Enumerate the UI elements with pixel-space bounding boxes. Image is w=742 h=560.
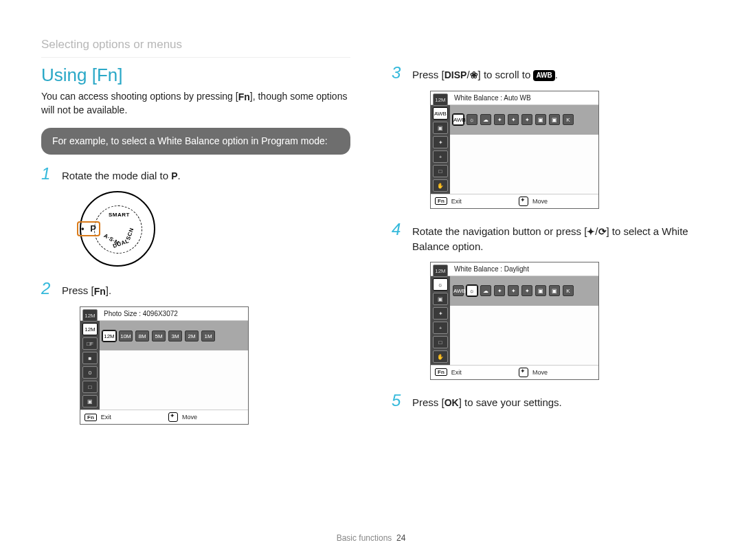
step-number: 2 xyxy=(41,280,55,297)
lcd-title-text: White Balance : Daylight xyxy=(454,265,529,273)
lcd-sidebar: 12M □F ■ 0 □ ▣ xyxy=(80,321,100,410)
side-icon-top: 12M xyxy=(433,265,448,277)
lcd-canvas xyxy=(450,135,598,194)
side-icon-top: 12M xyxy=(82,309,98,322)
nav-badge-icon xyxy=(519,368,528,377)
option-item: ☼ xyxy=(466,114,477,125)
nav-badge-icon xyxy=(168,412,178,422)
mode-dial-figure: SMART A·S·M DUAL SCN P xyxy=(80,191,350,267)
left-nav-icon: ✦ xyxy=(587,225,595,239)
option-item: AWB xyxy=(453,114,464,125)
side-icon: □F xyxy=(82,337,98,350)
step1-text-a: Rotate the mode dial to xyxy=(62,170,171,181)
side-icon-top: 12M xyxy=(433,93,448,106)
page-footer: Basic functions 24 xyxy=(0,533,742,543)
lcd-sidebar: ☼ ▣ ✦ + □ ✋ xyxy=(431,276,450,365)
lcd-footer: Fn Exit Move xyxy=(431,194,598,208)
fn-glyph: Fn xyxy=(94,285,106,299)
option-item: ☁ xyxy=(480,114,491,125)
lcd-footer: Fn Exit Move xyxy=(80,410,248,424)
lcd-title: 12M Photo Size : 4096X3072 xyxy=(80,307,248,321)
side-icon: ▣ xyxy=(433,122,448,134)
side-icon: □ xyxy=(82,381,98,393)
lcd-body: ☼ ▣ ✦ + □ ✋ AWB ☼ ☁ ✦ ✦ xyxy=(431,276,598,365)
exit-label: Exit xyxy=(451,369,462,376)
right-column: 3 Press [DISP/❀] to scroll to AWB. 12M W… xyxy=(392,65,701,437)
lcd-footer: Fn Exit Move xyxy=(431,365,598,379)
option-item: ☼ xyxy=(466,285,477,296)
p-mode-glyph: P xyxy=(171,170,177,183)
lcd-title: 12M White Balance : Daylight xyxy=(431,262,598,276)
side-icon: ✦ xyxy=(433,307,448,320)
step1-text-b: . xyxy=(178,170,181,181)
side-icon: ■ xyxy=(82,352,98,364)
lcd-screenshot-wb-daylight: 12M White Balance : Daylight ☼ ▣ ✦ + □ ✋ xyxy=(430,262,599,380)
move-label: Move xyxy=(182,414,197,421)
dial-p-highlight: P xyxy=(77,221,100,236)
step-4: 4 Rotate the navigation button or press … xyxy=(392,221,701,254)
lcd-title-text: White Balance : Auto WB xyxy=(454,94,531,102)
lcd-body: 12M □F ■ 0 □ ▣ 12M 10M 8M 5M 3M xyxy=(80,321,248,410)
two-column-layout: Using [Fn] You can access shooting optio… xyxy=(41,65,701,437)
macro-icon: ❀ xyxy=(470,69,478,82)
fn-glyph: Fn xyxy=(238,91,250,104)
ok-glyph: OK xyxy=(445,396,459,410)
option-item: K xyxy=(563,285,574,296)
option-item: ✦ xyxy=(508,285,519,296)
side-icon: 0 xyxy=(82,366,98,379)
step4-text-a: Rotate the navigation button or press [ xyxy=(412,225,587,237)
lcd-options: AWB ☼ ☁ ✦ ✦ ✦ ▣ ▣ K xyxy=(450,276,598,306)
option-item: 1M xyxy=(201,331,215,341)
step-number: 1 xyxy=(41,166,55,182)
lcd-footer-exit: Fn Exit xyxy=(80,410,164,424)
lcd-main: AWB ☼ ☁ ✦ ✦ ✦ ▣ ▣ K xyxy=(450,276,598,365)
disp-glyph: DISP xyxy=(445,69,467,82)
option-item: K xyxy=(563,114,574,125)
footer-page-number: 24 xyxy=(396,533,405,543)
step3-text-b: ] to scroll to xyxy=(478,69,534,80)
option-item: ▣ xyxy=(535,114,546,125)
lcd-footer-exit: Fn Exit xyxy=(431,194,515,208)
mode-dial: SMART A·S·M DUAL SCN P xyxy=(80,191,155,267)
step3-text-c: . xyxy=(555,69,558,80)
option-item: ▣ xyxy=(549,114,560,125)
step5-text-a: Press [ xyxy=(412,396,445,408)
side-icon: □ xyxy=(433,336,448,348)
option-item: 5M xyxy=(152,331,166,341)
option-item: 3M xyxy=(168,331,182,341)
side-icon: ▣ xyxy=(433,293,448,305)
exit-label: Exit xyxy=(451,198,462,205)
option-item: 2M xyxy=(185,331,199,341)
lcd-body: AWB ▣ ✦ + □ ✋ AWB ☼ ☁ ✦ ✦ xyxy=(431,105,598,194)
lcd-canvas xyxy=(100,350,248,410)
intro-paragraph: You can access shooting options by press… xyxy=(41,90,350,117)
section-title: Using [Fn] xyxy=(41,65,350,86)
fn-badge-icon: Fn xyxy=(435,368,447,376)
fn-badge-icon: Fn xyxy=(85,414,97,421)
option-item: ☁ xyxy=(480,285,491,296)
lcd-footer-move: Move xyxy=(164,410,248,424)
side-icon: □ xyxy=(433,165,448,177)
lcd-sidebar: AWB ▣ ✦ + □ ✋ xyxy=(431,105,450,194)
step-text: Press [OK] to save your settings. xyxy=(412,392,562,410)
side-icon: ✦ xyxy=(433,136,448,148)
exit-label: Exit xyxy=(101,414,111,421)
step2-text-b: ]. xyxy=(106,284,111,296)
option-item: ▣ xyxy=(535,285,546,296)
dial-label-smart: SMART xyxy=(109,212,130,218)
lcd-canvas xyxy=(450,306,598,365)
step-3: 3 Press [DISP/❀] to scroll to AWB. xyxy=(392,65,701,82)
move-label: Move xyxy=(532,369,548,376)
side-icon: ✋ xyxy=(433,350,448,363)
side-icon: 12M xyxy=(82,323,98,335)
left-column: Using [Fn] You can access shooting optio… xyxy=(41,65,350,437)
side-icon: ▣ xyxy=(82,395,98,407)
lcd-title-text: Photo Size : 4096X3072 xyxy=(104,310,178,317)
option-item: ▣ xyxy=(549,285,560,296)
option-item: 10M xyxy=(119,331,133,341)
timer-icon: ⟳ xyxy=(598,225,607,239)
nav-badge-icon xyxy=(519,197,528,206)
footer-section: Basic functions xyxy=(337,533,392,543)
example-note: For example, to select a White Balance o… xyxy=(41,128,350,155)
lcd-screenshot-photo-size: 12M Photo Size : 4096X3072 12M □F ■ 0 □ … xyxy=(80,306,249,425)
